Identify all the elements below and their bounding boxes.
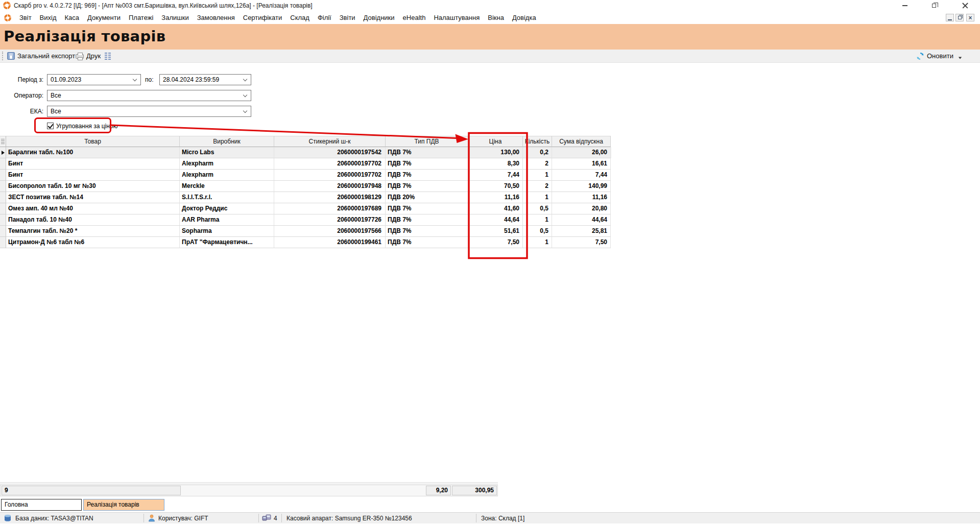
cell-qty[interactable]: 0,5 <box>523 203 552 214</box>
cell-product[interactable]: Бинт <box>6 170 180 181</box>
table-row[interactable]: ЗЕСТ позитив табл. №14S.l.l.T.S.r.l.2060… <box>0 192 611 203</box>
cell-vat[interactable]: ПДВ 7% <box>386 203 468 214</box>
chevron-down-icon[interactable] <box>243 109 247 113</box>
menu-item-філії[interactable]: Філії <box>314 14 336 21</box>
cell-manufacturer[interactable]: ПрАТ "Фармацевтичн... <box>180 237 274 248</box>
cell-sum[interactable]: 7,50 <box>552 237 611 248</box>
cell-manufacturer[interactable]: S.l.l.T.S.r.l. <box>180 192 274 203</box>
period-from-select[interactable]: 01.09.2023 <box>47 74 141 85</box>
cell-sum[interactable]: 11,16 <box>552 192 611 203</box>
cell-price[interactable]: 8,30 <box>468 158 523 170</box>
cell-qty[interactable]: 1 <box>523 214 552 226</box>
export-button[interactable]: Загальний експорт <box>7 50 75 62</box>
menu-item-каса[interactable]: Каса <box>61 14 84 21</box>
tab-sales-report[interactable]: Реалізація товарів <box>83 499 164 511</box>
column-header-manufacturer[interactable]: Виробник <box>180 136 274 147</box>
close-button[interactable] <box>953 0 977 11</box>
column-header-product[interactable]: Товар <box>6 136 180 147</box>
menu-item-звіт[interactable]: Звіт <box>15 14 36 21</box>
cell-price[interactable]: 11,16 <box>468 192 523 203</box>
cell-manufacturer[interactable]: Sopharma <box>180 226 274 237</box>
cell-price[interactable]: 7,50 <box>468 237 523 248</box>
cell-sum[interactable]: 16,61 <box>552 158 611 170</box>
table-row[interactable]: Бисопролол табл. 10 мг №30Merckle2060000… <box>0 181 611 192</box>
chevron-down-icon[interactable] <box>133 77 137 81</box>
cell-product[interactable]: Баралгин табл. №100 <box>6 147 180 158</box>
cell-price[interactable]: 70,50 <box>468 181 523 192</box>
cell-qty[interactable]: 0,5 <box>523 226 552 237</box>
cell-product[interactable]: Бисопролол табл. 10 мг №30 <box>6 181 180 192</box>
table-row[interactable]: Цитрамон-Д №6 табл №6ПрАТ "Фармацевтичн.… <box>0 237 611 248</box>
table-row[interactable]: Омез амп. 40 мл №40Доктор Реддис20600001… <box>0 203 611 214</box>
cell-vat[interactable]: ПДВ 7% <box>386 237 468 248</box>
cell-manufacturer[interactable]: AAR Pharma <box>180 214 274 226</box>
cell-barcode[interactable]: 2060000197948 <box>274 181 386 192</box>
menu-item-склад[interactable]: Склад <box>286 14 314 21</box>
cell-product[interactable]: Цитрамон-Д №6 табл №6 <box>6 237 180 248</box>
menu-item-документи[interactable]: Документи <box>83 14 125 21</box>
menu-item-довідники[interactable]: Довідники <box>360 14 399 21</box>
cell-price[interactable]: 51,61 <box>468 226 523 237</box>
toolbar-grip[interactable] <box>2 52 4 60</box>
menu-item-платежі[interactable]: Платежі <box>125 14 157 21</box>
cell-vat[interactable]: ПДВ 7% <box>386 214 468 226</box>
table-row[interactable]: Темпалгин табл. №20 *Sopharma20600001975… <box>0 226 611 237</box>
cell-product[interactable]: Панадол таб. 10 №40 <box>6 214 180 226</box>
cell-barcode[interactable]: 2060000197689 <box>274 203 386 214</box>
cell-qty[interactable]: 2 <box>523 158 552 170</box>
cell-vat[interactable]: ПДВ 7% <box>386 147 468 158</box>
table-row[interactable]: Баралгин табл. №100Micro Labs20600001975… <box>0 147 611 158</box>
cell-qty[interactable]: 2 <box>523 181 552 192</box>
refresh-button[interactable]: Оновити <box>916 50 962 62</box>
table-row[interactable]: БинтAlexpharm2060000197702ПДВ 7%8,30216,… <box>0 158 611 170</box>
cell-vat[interactable]: ПДВ 7% <box>386 226 468 237</box>
cell-qty[interactable]: 1 <box>523 237 552 248</box>
cell-product[interactable]: ЗЕСТ позитив табл. №14 <box>6 192 180 203</box>
chevron-down-icon[interactable] <box>243 77 247 81</box>
cell-vat[interactable]: ПДВ 7% <box>386 170 468 181</box>
cell-manufacturer[interactable]: Merckle <box>180 181 274 192</box>
cell-barcode[interactable]: 2060000197566 <box>274 226 386 237</box>
table-corner-cell[interactable] <box>0 136 6 147</box>
cell-manufacturer[interactable]: Alexpharm <box>180 170 274 181</box>
menu-item-залишки[interactable]: Залишки <box>157 14 193 21</box>
table-row[interactable]: БинтAlexpharm2060000197702ПДВ 7%7,4417,4… <box>0 170 611 181</box>
menu-item-замовлення[interactable]: Замовлення <box>193 14 239 21</box>
cell-vat[interactable]: ПДВ 7% <box>386 158 468 170</box>
column-header-price[interactable]: Ціна <box>468 136 523 147</box>
grouping-checkbox-label[interactable]: Угруповання за ціною <box>56 123 118 130</box>
cell-sum[interactable]: 26,00 <box>552 147 611 158</box>
column-header-barcode[interactable]: Стикерний ш-к <box>274 136 386 147</box>
cell-barcode[interactable]: 2060000197702 <box>274 170 386 181</box>
mdi-minimize-button[interactable] <box>946 14 954 21</box>
cell-sum[interactable]: 44,64 <box>552 214 611 226</box>
menu-item-сертифікати[interactable]: Сертифікати <box>239 14 286 21</box>
cell-barcode[interactable]: 2060000197702 <box>274 158 386 170</box>
chevron-down-icon[interactable] <box>243 93 247 97</box>
menu-item-звіти[interactable]: Звіти <box>336 14 360 21</box>
cell-price[interactable]: 41,60 <box>468 203 523 214</box>
cell-manufacturer[interactable]: Micro Labs <box>180 147 274 158</box>
cell-barcode[interactable]: 2060000197542 <box>274 147 386 158</box>
table-row[interactable]: Панадол таб. 10 №40AAR Pharma20600001977… <box>0 214 611 226</box>
cell-qty[interactable]: 0,2 <box>523 147 552 158</box>
minimize-button[interactable] <box>893 0 917 11</box>
cell-barcode[interactable]: 2060000197726 <box>274 214 386 226</box>
menu-item-довідка[interactable]: Довідка <box>508 14 540 21</box>
menu-item-вікна[interactable]: Вікна <box>484 14 508 21</box>
cell-manufacturer[interactable]: Alexpharm <box>180 158 274 170</box>
cell-product[interactable]: Бинт <box>6 158 180 170</box>
cell-product[interactable]: Омез амп. 40 мл №40 <box>6 203 180 214</box>
cell-vat[interactable]: ПДВ 7% <box>386 181 468 192</box>
cell-price[interactable]: 44,64 <box>468 214 523 226</box>
cell-price[interactable]: 7,44 <box>468 170 523 181</box>
cell-sum[interactable]: 7,44 <box>552 170 611 181</box>
cell-price[interactable]: 130,00 <box>468 147 523 158</box>
cell-sum[interactable]: 20,80 <box>552 203 611 214</box>
columns-button[interactable] <box>105 50 111 62</box>
cell-qty[interactable]: 1 <box>523 170 552 181</box>
cell-sum[interactable]: 140,99 <box>552 181 611 192</box>
column-header-sum[interactable]: Сума відпускна <box>552 136 611 147</box>
tab-main[interactable]: Головна <box>1 499 82 511</box>
column-header-qty[interactable]: Кількість <box>523 136 552 147</box>
